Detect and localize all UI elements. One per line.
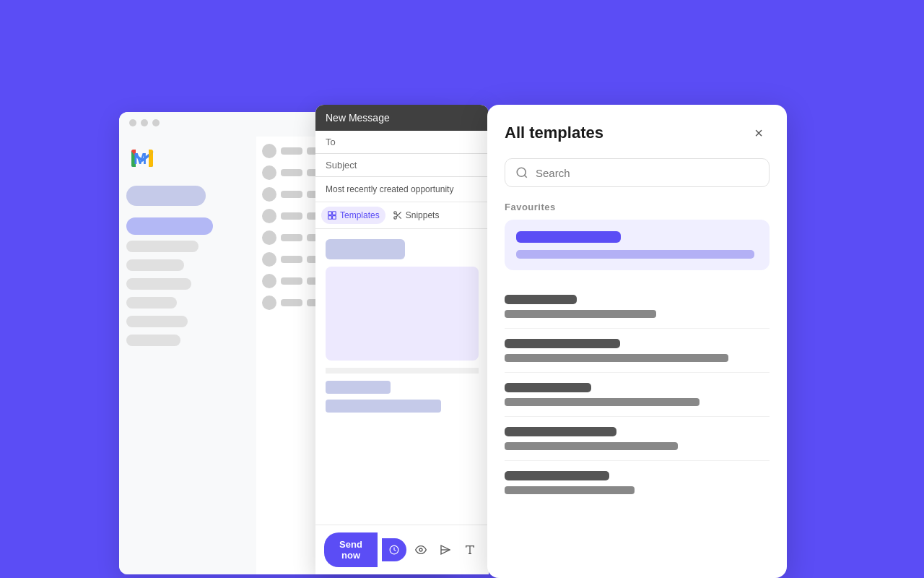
template-item[interactable]	[505, 461, 770, 504]
template-text-line	[326, 381, 391, 394]
template-content-block	[326, 267, 479, 361]
send-now-button[interactable]: Send now	[324, 532, 378, 567]
fav-subtitle-bar	[516, 250, 754, 259]
compose-title: New Message	[326, 112, 390, 124]
search-input[interactable]	[536, 167, 759, 179]
gmail-line	[281, 299, 302, 306]
compose-subject-field[interactable]: Subject	[315, 154, 489, 177]
favourites-card[interactable]	[505, 220, 770, 270]
gmail-logo: M	[129, 145, 249, 171]
gmail-avatar	[262, 144, 276, 158]
template-title-bar	[505, 383, 591, 392]
gmail-line	[281, 256, 302, 263]
format-icon	[464, 544, 476, 556]
send-button[interactable]	[435, 540, 456, 560]
gmail-sidebar-item	[126, 335, 180, 346]
favourites-section-label: Favourites	[505, 202, 770, 212]
compose-to-label: To	[326, 137, 336, 147]
gmail-sidebar-item	[126, 259, 184, 271]
search-box[interactable]	[505, 158, 770, 187]
template-item[interactable]	[505, 417, 770, 461]
template-title-bar	[505, 295, 577, 304]
gmail-avatar	[262, 209, 276, 223]
panel-header: All templates ×	[505, 122, 770, 144]
svg-rect-4	[333, 216, 336, 220]
svg-point-15	[517, 168, 526, 176]
panel-title: All templates	[505, 124, 603, 142]
gmail-avatar	[262, 187, 276, 202]
gmail-compose-button[interactable]	[126, 186, 206, 206]
clock-icon	[389, 545, 399, 555]
gmail-sidebar-active-item	[126, 217, 213, 235]
send-icon	[440, 544, 451, 556]
gmail-sidebar: M	[119, 137, 256, 574]
template-item[interactable]	[505, 329, 770, 373]
gmail-line	[281, 277, 302, 285]
svg-point-5	[393, 212, 396, 215]
gmail-sidebar-item	[126, 241, 199, 252]
titlebar-dot-green	[152, 119, 160, 126]
compose-header: New Message	[315, 105, 489, 131]
svg-line-9	[396, 214, 397, 215]
template-desc-bar	[505, 442, 678, 450]
compose-window: New Message To Subject Most recently cre…	[315, 105, 489, 574]
fav-title-bar	[516, 231, 621, 243]
snippets-tab-label: Snippets	[406, 210, 440, 220]
template-desc-bar	[505, 310, 656, 318]
eye-button[interactable]	[411, 540, 431, 560]
svg-line-8	[398, 216, 401, 218]
gmail-line	[281, 234, 302, 241]
gmail-avatar	[262, 296, 276, 310]
gmail-sidebar-item	[126, 316, 188, 327]
compose-subject-label: Subject	[326, 160, 357, 171]
svg-rect-2	[333, 212, 336, 215]
template-title-bar	[505, 471, 609, 480]
eye-icon	[415, 544, 427, 556]
close-button[interactable]: ×	[748, 122, 770, 144]
gmail-avatar	[262, 252, 276, 267]
template-desc-bar	[505, 398, 699, 406]
gmail-avatar	[262, 165, 276, 180]
template-item[interactable]	[505, 373, 770, 417]
titlebar-dot-yellow	[141, 119, 148, 126]
compose-tabs: Templates Snippets	[315, 202, 489, 229]
svg-rect-1	[328, 212, 332, 215]
titlebar-dot-red	[129, 119, 136, 126]
snippets-tab[interactable]: Snippets	[387, 207, 445, 224]
svg-rect-3	[328, 216, 332, 220]
compose-template-content	[315, 229, 489, 428]
svg-line-16	[524, 175, 526, 177]
compose-to-field[interactable]: To	[315, 131, 489, 154]
svg-point-6	[393, 217, 396, 220]
search-icon	[515, 166, 528, 179]
template-desc-bar	[505, 354, 728, 362]
templates-panel: All templates × Favourites	[487, 105, 787, 578]
template-placeholder-bar	[326, 239, 405, 259]
gmail-line	[281, 147, 302, 155]
gmail-line	[281, 212, 302, 220]
template-item[interactable]	[505, 285, 770, 329]
template-text-line	[326, 400, 441, 413]
templates-tab[interactable]: Templates	[321, 207, 385, 224]
svg-point-11	[419, 548, 422, 551]
template-title-bar	[505, 427, 616, 436]
compose-divider	[326, 368, 479, 374]
template-icon	[327, 210, 337, 220]
gmail-sidebar-item	[126, 278, 191, 290]
template-title-bar	[505, 339, 620, 348]
gmail-avatar	[262, 274, 276, 288]
compose-footer: Send now	[315, 525, 489, 574]
schedule-button[interactable]	[382, 538, 406, 561]
templates-tab-label: Templates	[340, 210, 380, 220]
template-desc-bar	[505, 486, 635, 494]
compose-body-text: Most recently created opportunity	[315, 177, 489, 202]
compose-body-content: Most recently created opportunity	[326, 184, 453, 194]
gmail-line	[281, 169, 302, 176]
format-button[interactable]	[460, 540, 480, 560]
gmail-line	[281, 191, 302, 198]
gmail-avatar	[262, 230, 276, 245]
gmail-sidebar-item	[126, 297, 177, 309]
close-icon: ×	[754, 125, 763, 142]
svg-text:M: M	[134, 150, 146, 168]
scissors-icon	[393, 210, 403, 220]
